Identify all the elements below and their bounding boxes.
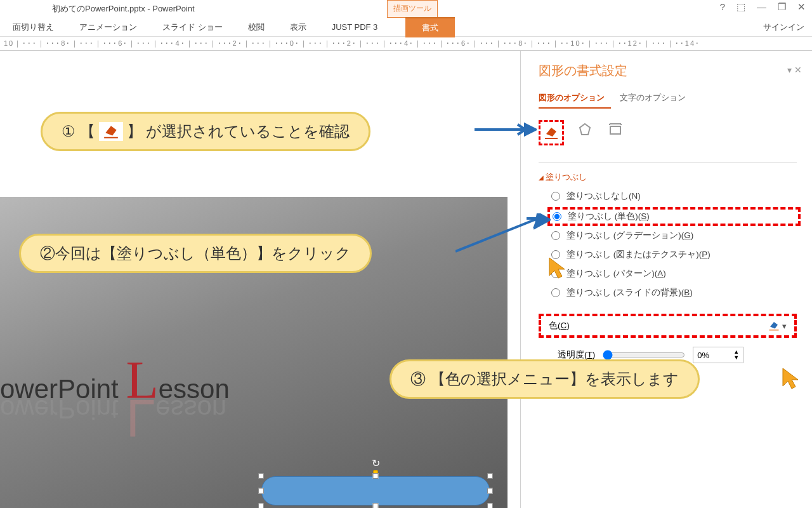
fill-gradient-label: 塗りつぶし (グラデーション)(G) bbox=[566, 230, 693, 241]
restore-icon[interactable]: ❐ bbox=[778, 1, 786, 13]
panel-title: 図形の書式設定 bbox=[539, 62, 797, 79]
color-label: 色(C) bbox=[549, 320, 570, 331]
svg-rect-0 bbox=[610, 126, 620, 134]
transparency-value[interactable]: 0% ▲▼ bbox=[693, 347, 743, 363]
format-shape-panel: ✕ 図形の書式設定 図形のオプション 文字のオプション 塗りつぶし bbox=[520, 51, 812, 508]
title-bar: 初めてのPowerPoint.pptx - PowerPoint 描画ツール ?… bbox=[0, 0, 812, 18]
highlight-box bbox=[539, 120, 564, 145]
paint-bucket-icon bbox=[768, 320, 780, 331]
ruler-marks: 10｜･･･｜･･･8･｜･･･｜･･･6･｜･･･｜･･･4･｜･･･｜･･･… bbox=[0, 39, 700, 48]
option-tabs: 図形のオプション 文字のオプション bbox=[539, 92, 797, 109]
callout-3: ③ 【色の選択メニュー】を表示します bbox=[390, 359, 700, 399]
fill-slide-bg[interactable]: 塗りつぶし (スライドの背景)(B) bbox=[551, 287, 797, 298]
divider bbox=[539, 162, 797, 163]
fill-solid[interactable]: 塗りつぶし (単色)(S) bbox=[553, 211, 796, 222]
arrow-icon bbox=[475, 122, 537, 137]
ribbon-tabs: 面切り替え アニメーション スライド ショー 校閲 表示 JUST PDF 3 … bbox=[0, 18, 812, 37]
fill-solid-label: 塗りつぶし (単色)(S) bbox=[568, 211, 650, 222]
callout-2: ②今回は【塗りつぶし（単色）】をクリック bbox=[19, 234, 372, 273]
slide-title-reflection: owerPoint Lesson bbox=[0, 387, 226, 449]
fill-gradient[interactable]: 塗りつぶし (グラデーション)(G) bbox=[551, 230, 797, 241]
fill-picture-label: 塗りつぶし (図またはテクスチャ)(P) bbox=[566, 249, 710, 260]
rotate-handle-icon[interactable]: ↻ bbox=[372, 457, 380, 469]
fill-pattern[interactable]: 塗りつぶし (パターン)(A) bbox=[551, 268, 797, 279]
paint-bucket-icon bbox=[99, 122, 123, 141]
tab-format[interactable]: 書式 bbox=[405, 17, 455, 37]
callout-1: ① 【 】 が選択されていることを確認 bbox=[41, 112, 370, 151]
contextual-tab-drawing[interactable]: 描画ツール bbox=[387, 0, 438, 18]
tab-text-options[interactable]: 文字のオプション bbox=[620, 92, 692, 109]
panel-close-icon[interactable]: ✕ bbox=[787, 65, 802, 75]
resize-handle[interactable] bbox=[373, 503, 379, 508]
tab-transition[interactable]: 面切り替え bbox=[0, 22, 67, 33]
fill-picture[interactable]: 塗りつぶし (図またはテクスチャ)(P) bbox=[551, 249, 797, 260]
close-icon[interactable]: ✕ bbox=[797, 1, 806, 13]
section-fill[interactable]: 塗りつぶし bbox=[539, 171, 797, 183]
tab-slideshow[interactable]: スライド ショー bbox=[150, 22, 235, 33]
horizontal-ruler: 10｜･･･｜･･･8･｜･･･｜･･･6･｜･･･｜･･･4･｜･･･｜･･･… bbox=[0, 37, 812, 51]
fill-slide-bg-label: 塗りつぶし (スライドの背景)(B) bbox=[566, 287, 693, 298]
radio-input[interactable] bbox=[553, 212, 561, 221]
option-icon-row bbox=[539, 120, 797, 145]
cursor-icon bbox=[782, 367, 799, 390]
size-properties-icon[interactable] bbox=[606, 120, 625, 139]
window-controls: ? ⬚ — ❐ ✕ bbox=[720, 1, 806, 13]
minimize-icon[interactable]: — bbox=[757, 1, 766, 13]
resize-handle[interactable] bbox=[258, 473, 264, 479]
tab-review[interactable]: 校閲 bbox=[235, 22, 277, 33]
resize-handle[interactable] bbox=[373, 473, 379, 479]
radio-input[interactable] bbox=[551, 231, 560, 240]
tab-shape-options[interactable]: 図形のオプション bbox=[539, 92, 611, 109]
arrow-icon bbox=[455, 213, 551, 258]
signin-link[interactable]: サインイン bbox=[763, 22, 804, 33]
radio-input[interactable] bbox=[551, 288, 560, 297]
radio-input[interactable] bbox=[551, 192, 560, 201]
color-dropdown-button[interactable]: ▾ bbox=[768, 320, 787, 331]
fill-pattern-label: 塗りつぶし (パターン)(A) bbox=[566, 268, 666, 279]
color-picker-row[interactable]: 色(C) ▾ bbox=[539, 314, 797, 338]
resize-handle[interactable] bbox=[258, 503, 264, 508]
tab-animation[interactable]: アニメーション bbox=[67, 22, 150, 33]
resize-handle[interactable] bbox=[487, 473, 493, 479]
chevron-down-icon: ▾ bbox=[782, 321, 787, 331]
highlight-box: 塗りつぶし (単色)(S) bbox=[547, 207, 801, 226]
tab-view[interactable]: 表示 bbox=[277, 22, 319, 33]
tab-justpdf[interactable]: JUST PDF 3 bbox=[319, 22, 391, 32]
fill-line-icon[interactable] bbox=[542, 123, 561, 142]
rounded-rectangle-shape[interactable] bbox=[261, 476, 490, 505]
fill-none-label: 塗りつぶしなし(N) bbox=[566, 190, 641, 202]
cursor-icon bbox=[548, 257, 566, 279]
ribbon-toggle-icon[interactable]: ⬚ bbox=[737, 1, 745, 13]
help-icon[interactable]: ? bbox=[720, 1, 725, 13]
effects-icon[interactable] bbox=[575, 120, 594, 139]
resize-handle[interactable] bbox=[487, 503, 493, 508]
window-title: 初めてのPowerPoint.pptx - PowerPoint bbox=[52, 3, 195, 15]
spinner-icon[interactable]: ▲▼ bbox=[733, 349, 739, 361]
selected-shape[interactable]: ↻ bbox=[261, 476, 490, 505]
fill-options: 塗りつぶしなし(N) 塗りつぶし (単色)(S) 塗りつぶし (グラデーション)… bbox=[539, 190, 797, 298]
fill-none[interactable]: 塗りつぶしなし(N) bbox=[551, 190, 797, 202]
resize-handle[interactable] bbox=[487, 488, 493, 494]
transparency-slider[interactable] bbox=[603, 350, 685, 360]
resize-handle[interactable] bbox=[258, 488, 264, 494]
